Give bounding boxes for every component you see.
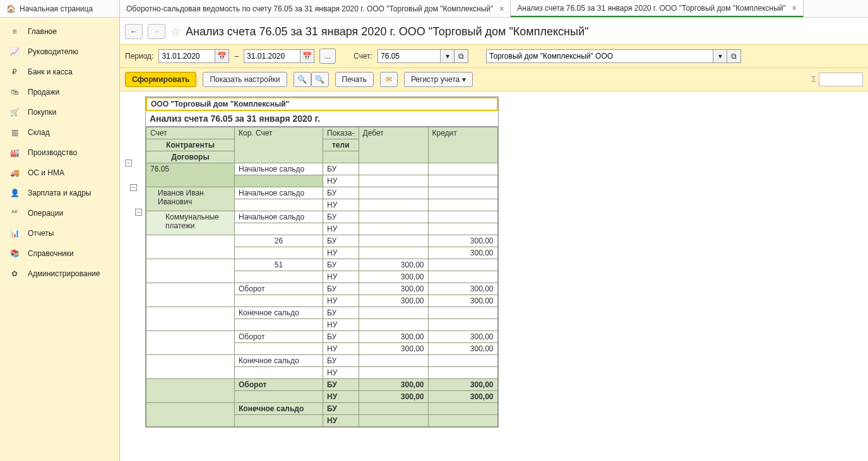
sidebar-item-operations[interactable]: ᴬᴷОперации [0, 203, 119, 223]
cell-nu: НУ [323, 391, 359, 403]
bars-icon: 📊 [9, 229, 20, 238]
chevron-down-icon[interactable]: ▾ [441, 49, 455, 63]
register-button[interactable]: Регистр учета ▾ [404, 72, 473, 87]
close-icon[interactable]: × [499, 4, 504, 13]
print-button[interactable]: Печать [335, 72, 374, 87]
close-icon[interactable]: × [792, 4, 797, 13]
cell-label: Начальное сальдо [235, 187, 323, 199]
calendar-icon[interactable]: 📅 [300, 49, 314, 63]
cell [359, 247, 428, 259]
tab-osv-label: Оборотно-сальдовая ведомость по счету 76… [126, 4, 493, 13]
date-to-input[interactable] [244, 49, 300, 63]
sidebar-item-label: Справочники [28, 249, 74, 258]
cell [359, 199, 428, 211]
cell [146, 355, 235, 379]
open-icon[interactable]: ⧉ [455, 49, 468, 63]
sidebar-item-bank[interactable]: ₽Банк и касса [0, 62, 119, 82]
sidebar-item-sales[interactable]: 🛍Продажи [0, 82, 119, 102]
cell-nu: НУ [323, 271, 359, 283]
cell [359, 235, 428, 247]
cell-nu: НУ [323, 247, 359, 259]
generate-button[interactable]: Сформировать [125, 72, 196, 87]
title-row: ← → ☆ Анализ счета 76.05 за 31 января 20… [120, 18, 868, 44]
account-input[interactable] [378, 49, 441, 63]
cell-val: 300,00 [359, 343, 428, 355]
sigma-input[interactable] [819, 73, 863, 86]
cell-total-label: Конечное сальдо [235, 403, 323, 415]
email-icon[interactable]: ✉ [380, 72, 398, 87]
page-title: Анализ счета 76.05 за 31 января 2020 г. … [186, 25, 588, 38]
cell [428, 403, 497, 415]
sidebar-item-catalogs[interactable]: 📚Справочники [0, 243, 119, 264]
sidebar-item-production[interactable]: 🏭Производство [0, 143, 119, 163]
tabs-bar: 🏠 Начальная страница Оборотно-сальдовая … [0, 0, 868, 18]
cell [235, 319, 323, 331]
chevron-down-icon: ▾ [462, 75, 466, 84]
calendar-icon[interactable]: 📅 [215, 49, 229, 63]
cell [146, 379, 235, 403]
cell-account: 76.05 [146, 163, 235, 187]
books-icon: 📚 [9, 249, 20, 258]
period-select-button[interactable]: ... [319, 49, 336, 64]
cell [235, 415, 323, 427]
favorite-icon[interactable]: ☆ [170, 25, 181, 38]
sidebar-item-label: Руководителю [28, 47, 78, 56]
collapse-handle[interactable]: − [125, 160, 132, 166]
cell [146, 283, 235, 307]
tab-analysis[interactable]: Анализ счета 76.05 за 31 января 2020 г. … [511, 0, 804, 17]
search-minus-icon[interactable]: 🔍 [311, 72, 329, 87]
cell-val: 300,00 [359, 259, 428, 271]
cell-dogovor: Коммунальные платежи [146, 211, 235, 235]
cell [428, 211, 497, 223]
chart-icon: 📈 [9, 47, 20, 56]
col-account: Счет [146, 127, 235, 139]
cell [235, 175, 323, 187]
cell [235, 295, 323, 307]
account-label: Счет: [354, 52, 372, 61]
cell-val: 300,00 [359, 283, 428, 295]
cell-kor26: 26 [235, 235, 323, 247]
cell [428, 307, 497, 319]
cell-bu: БУ [323, 403, 359, 415]
col-debit: Дебет [359, 127, 428, 163]
back-button[interactable]: ← [125, 24, 143, 39]
sidebar-item-reports[interactable]: 📊Отчеты [0, 223, 119, 243]
sidebar-item-salary[interactable]: 👤Зарплата и кадры [0, 183, 119, 203]
tree-column: − − − [125, 96, 145, 428]
cell [235, 367, 323, 379]
sidebar-item-purchases[interactable]: 🛒Покупки [0, 102, 119, 122]
cell-bu: БУ [323, 379, 359, 391]
cell-nu: НУ [323, 319, 359, 331]
cell-label: Конечное сальдо [235, 307, 323, 319]
tab-home[interactable]: 🏠 Начальная страница [0, 0, 120, 17]
home-icon: 🏠 [6, 4, 16, 13]
sidebar-item-main[interactable]: ≡Главное [0, 21, 119, 42]
cell [359, 307, 428, 319]
cell [235, 223, 323, 235]
cell [359, 211, 428, 223]
tab-osv[interactable]: Оборотно-сальдовая ведомость по счету 76… [120, 0, 511, 17]
open-icon[interactable]: ⧉ [727, 49, 741, 63]
cell [428, 175, 497, 187]
cell-label: Начальное сальдо [235, 163, 323, 175]
show-settings-button[interactable]: Показать настройки [203, 72, 287, 87]
tab-analysis-label: Анализ счета 76.05 за 31 января 2020 г. … [517, 4, 786, 13]
sidebar-item-assets[interactable]: 🚚ОС и НМА [0, 163, 119, 183]
collapse-handle[interactable]: − [135, 209, 142, 216]
date-from-input[interactable] [158, 49, 215, 63]
org-input[interactable] [486, 49, 713, 63]
collapse-handle[interactable]: − [130, 184, 137, 191]
sidebar-item-warehouse[interactable]: ▥Склад [0, 122, 119, 143]
forward-button[interactable]: → [148, 24, 165, 39]
cell [235, 247, 323, 259]
sigma-label: Σ [812, 75, 816, 84]
cell-val: 300,00 [359, 391, 428, 403]
search-plus-icon[interactable]: 🔍 [294, 72, 311, 87]
sidebar-item-manager[interactable]: 📈Руководителю [0, 42, 119, 62]
chevron-down-icon[interactable]: ▾ [713, 49, 727, 63]
sidebar-item-admin[interactable]: ✿Администрирование [0, 264, 119, 284]
col-pok1: Показа- [323, 127, 359, 139]
sidebar-item-label: ОС и НМА [28, 168, 64, 177]
person-icon: 👤 [9, 189, 20, 197]
sidebar-item-label: Операции [28, 209, 63, 218]
